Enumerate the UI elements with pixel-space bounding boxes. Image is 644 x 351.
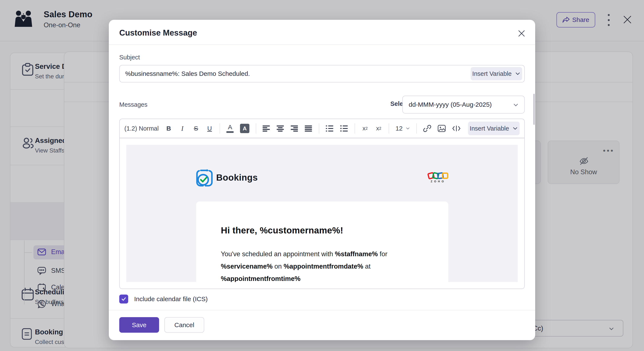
align-left-icon bbox=[262, 125, 270, 132]
modal-close-icon[interactable] bbox=[518, 30, 526, 37]
editor-toolbar: (1.2) Normal B I S U A A bbox=[120, 119, 524, 138]
font-size-dropdown[interactable]: 12 bbox=[396, 122, 410, 134]
email-preview: Bookings ZOHO Hi there, %customername%! … bbox=[126, 145, 518, 282]
toolbar-divider bbox=[354, 123, 355, 134]
subject-label: Subject bbox=[119, 54, 140, 61]
bullet-list-icon bbox=[340, 125, 348, 132]
insert-link-button[interactable] bbox=[423, 122, 431, 134]
toolbar-divider bbox=[256, 123, 256, 134]
link-icon bbox=[423, 124, 431, 132]
email-greeting: Hi there, %customername%! bbox=[221, 225, 424, 236]
chevron-down-icon bbox=[406, 126, 410, 130]
align-left-button[interactable] bbox=[262, 122, 270, 134]
email-body-card: Hi there, %customername%! You've schedul… bbox=[196, 202, 448, 282]
image-icon bbox=[438, 125, 446, 132]
toolbar-divider bbox=[389, 123, 389, 134]
bold-button[interactable]: B bbox=[165, 122, 172, 134]
date-format-value: dd-MMM-yyyy (05-Aug-2025) bbox=[409, 101, 492, 108]
ordered-list-button[interactable] bbox=[326, 122, 334, 134]
align-right-icon bbox=[291, 125, 298, 132]
modal-title: Customise Message bbox=[119, 28, 197, 38]
bookings-wordmark: Bookings bbox=[216, 172, 258, 183]
align-justify-icon bbox=[305, 125, 312, 132]
toolbar-divider bbox=[319, 123, 319, 134]
email-header: Bookings ZOHO bbox=[196, 169, 448, 186]
subscript-button[interactable]: x2 bbox=[375, 122, 382, 134]
code-view-button[interactable] bbox=[452, 122, 461, 134]
modal-footer-divider bbox=[109, 310, 535, 310]
strikethrough-button[interactable]: S bbox=[192, 122, 200, 134]
editor-content[interactable]: Bookings ZOHO Hi there, %customername%! … bbox=[120, 138, 524, 288]
ics-checkbox[interactable] bbox=[119, 294, 128, 304]
text-color-button[interactable]: A bbox=[226, 122, 234, 134]
chevron-down-icon bbox=[512, 126, 518, 131]
bookings-logo-icon bbox=[196, 169, 213, 186]
chevron-down-icon bbox=[513, 102, 519, 108]
zoho-logo-squares bbox=[428, 172, 448, 179]
email-body: You've scheduled an appointment with %st… bbox=[221, 248, 424, 282]
zoho-wordmark: ZOHO bbox=[430, 180, 446, 183]
paragraph-style-dropdown[interactable]: (1.2) Normal bbox=[124, 122, 159, 134]
underline-button[interactable]: U bbox=[206, 122, 213, 134]
subject-field: Insert Variable bbox=[119, 65, 525, 82]
code-icon bbox=[452, 125, 461, 132]
highlight-color-button[interactable]: A bbox=[240, 122, 250, 134]
insert-image-button[interactable] bbox=[438, 122, 446, 134]
chevron-down-icon bbox=[515, 71, 520, 76]
align-right-button[interactable] bbox=[291, 122, 298, 134]
ics-checkbox-label: Include calendar file (ICS) bbox=[134, 296, 208, 303]
zoho-logo: ZOHO bbox=[428, 172, 448, 183]
align-justify-button[interactable] bbox=[305, 122, 312, 134]
ordered-list-icon bbox=[326, 125, 334, 132]
customise-message-modal: Customise Message Subject Insert Variabl… bbox=[109, 20, 535, 340]
toolbar-divider bbox=[220, 123, 220, 134]
modal-header-divider bbox=[109, 44, 535, 45]
insert-variable-button-subject[interactable]: Insert Variable bbox=[471, 67, 522, 80]
modal-scrollbar-thumb[interactable] bbox=[533, 94, 535, 125]
toolbar-divider bbox=[416, 123, 417, 134]
date-format-select[interactable]: dd-MMM-yyyy (05-Aug-2025) bbox=[402, 96, 525, 114]
messages-label: Messages bbox=[119, 101, 147, 108]
ics-checkbox-row: Include calendar file (ICS) bbox=[119, 294, 208, 304]
superscript-button[interactable]: x2 bbox=[362, 122, 369, 134]
bullet-list-button[interactable] bbox=[340, 122, 348, 134]
cancel-button[interactable]: Cancel bbox=[164, 317, 204, 333]
italic-button[interactable]: I bbox=[179, 122, 186, 134]
align-center-icon bbox=[277, 125, 284, 132]
subject-input[interactable] bbox=[125, 66, 462, 82]
message-editor: (1.2) Normal B I S U A A bbox=[119, 119, 525, 289]
align-center-button[interactable] bbox=[277, 122, 284, 134]
bookings-logo: Bookings bbox=[196, 169, 258, 186]
save-button[interactable]: Save bbox=[119, 317, 159, 333]
check-icon bbox=[121, 296, 126, 302]
insert-variable-button-editor[interactable]: Insert Variable bbox=[468, 122, 520, 135]
